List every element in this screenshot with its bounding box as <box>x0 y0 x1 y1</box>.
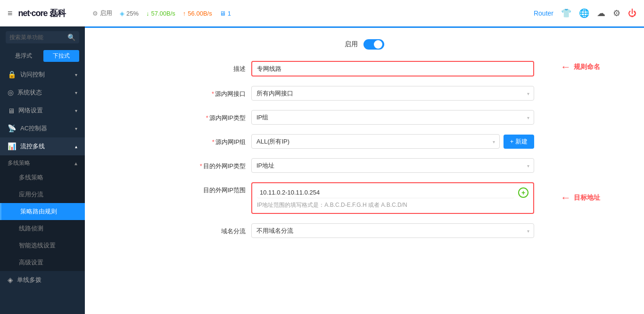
desc-input-wrap <box>251 61 534 76</box>
search-icon[interactable]: 🔍 <box>67 34 75 41</box>
sidebar-item-ac[interactable]: 📡 AC控制器 ▾ <box>0 119 85 137</box>
chevron-down-icon-system: ▾ <box>75 90 77 95</box>
ac-icon: 📡 <box>8 124 17 133</box>
chevron-up-multiline: ▴ <box>74 160 77 167</box>
tab-float[interactable]: 悬浮式 <box>6 50 41 62</box>
domain-shunt-label: 域名分流 <box>195 223 251 236</box>
search-input[interactable] <box>9 34 65 41</box>
logo-area: ≡ net·core 磊科 <box>8 8 92 19</box>
sidebar-item-multiline-policy[interactable]: 多线策略 <box>0 169 85 186</box>
ip-range-inner: + <box>257 187 528 198</box>
top-navbar: ≡ net·core 磊科 ⚙ 启用 ◈ 25% ↓ 57.00B/s ↑ 56… <box>0 0 644 26</box>
desc-row-wrapper: 描述 ← 规则命名 <box>195 61 534 76</box>
enable-toggle[interactable] <box>363 39 384 50</box>
mem-icon: ◈ <box>120 10 124 17</box>
src-interface-label: 源内网接口 <box>195 86 251 98</box>
toggle-slider <box>363 39 384 50</box>
sidebar-item-system-status[interactable]: ◎ 系统状态 ▾ <box>0 84 85 102</box>
single-icon: ◈ <box>8 276 13 284</box>
src-ip-type-select[interactable]: IP组 <box>251 110 534 125</box>
search-box: 🔍 <box>0 26 85 48</box>
content-area: 启用 描述 ← 规 <box>85 26 644 314</box>
power-icon[interactable]: ⏻ <box>628 8 636 18</box>
monitor-stat: 🖥 1 <box>220 10 231 17</box>
add-ip-range-button[interactable]: + <box>518 187 528 198</box>
sidebar-item-single-multiline[interactable]: ◈ 单线多拨 <box>0 271 85 289</box>
menu-label-network: 网络设置 <box>18 106 43 115</box>
settings-icon[interactable]: ⚙ <box>613 8 620 18</box>
sidebar-item-app-shunt[interactable]: 应用分流 <box>0 186 85 203</box>
down-stat: ↓ 57.00B/s <box>146 10 175 17</box>
annotation-dest-text: 目标地址 <box>574 194 600 202</box>
ip-range-box: + IP地址范围的填写格式是：A.B.C.D-E.F.G.H 或者 A.B.C.… <box>251 182 534 214</box>
src-ip-type-label: 源内网IP类型 <box>195 110 251 122</box>
chevron-down-icon-ac: ▾ <box>75 126 77 131</box>
menu-label-access: 访问控制 <box>20 70 45 79</box>
src-ip-group-label: 源内网IP组 <box>195 134 251 146</box>
sidebar-item-line-detect[interactable]: 线路侦测 <box>0 220 85 237</box>
sidebar-item-network[interactable]: 🖥 网络设置 ▾ <box>0 102 85 119</box>
ip-hint-text: IP地址范围的填写格式是：A.B.C.D-E.F.G.H 或者 A.B.C.D/… <box>257 201 528 209</box>
tab-switcher: 悬浮式 下拉式 <box>0 48 85 66</box>
src-interface-row: 源内网接口 所有内网接口 ▾ <box>195 86 534 101</box>
src-ip-group-control: ALL(所有IP) ▾ + 新建 <box>251 134 534 149</box>
dest-ip-range-input[interactable] <box>257 187 514 198</box>
monitor-nav-icon: 🖥 <box>8 107 15 115</box>
menu-toggle-icon[interactable]: ≡ <box>8 8 13 18</box>
new-button[interactable]: + 新建 <box>504 135 534 149</box>
dest-ip-type-select[interactable]: IP地址 <box>251 158 534 173</box>
desc-input[interactable] <box>252 62 533 76</box>
chevron-down-icon: ▾ <box>75 72 77 77</box>
src-ip-type-control: IP组 ▾ <box>251 110 534 125</box>
down-value: 57.00B/s <box>151 10 175 17</box>
nav-right: Router 👕 🌐 ☁ ⚙ ⏻ <box>534 8 636 18</box>
domain-shunt-select[interactable]: 不用域名分流 <box>251 223 534 238</box>
src-interface-select[interactable]: 所有内网接口 <box>251 86 534 101</box>
logo-text: net·core 磊科 <box>18 8 66 19</box>
up-arrow-icon: ↑ <box>183 10 186 17</box>
sidebar-item-access-control[interactable]: 🔒 访问控制 ▾ <box>0 66 85 84</box>
menu-label-ac: AC控制器 <box>20 124 47 133</box>
sidebar: 🔍 悬浮式 下拉式 🔒 访问控制 ▾ ◎ 系统状态 ▾ <box>0 26 85 314</box>
sidebar-item-flow[interactable]: 📊 流控多线 ▴ <box>0 137 85 155</box>
src-ip-group-select-wrap: ALL(所有IP) ▾ <box>251 134 500 149</box>
src-ip-type-row: 源内网IP类型 IP组 ▾ <box>195 110 534 125</box>
domain-shunt-row: 域名分流 不用域名分流 ▾ <box>195 223 534 238</box>
shirt-icon[interactable]: 👕 <box>561 8 571 18</box>
desc-label: 描述 <box>195 61 251 73</box>
menu-label-flow: 流控多线 <box>20 142 45 151</box>
form-content: 启用 描述 ← 规 <box>176 28 553 259</box>
menu-label-single: 单线多拨 <box>17 276 41 284</box>
globe-icon[interactable]: 🌐 <box>579 8 589 18</box>
desc-form-row: 描述 <box>195 61 534 76</box>
sidebar-item-advanced[interactable]: 高级设置 <box>0 254 85 271</box>
src-ip-group-row: 源内网IP组 ALL(所有IP) ▾ + 新建 <box>195 134 534 149</box>
tab-dropdown[interactable]: 下拉式 <box>43 50 79 62</box>
mem-stat: ◈ 25% <box>120 10 139 17</box>
mem-value: 25% <box>126 10 139 17</box>
domain-shunt-control: 不用域名分流 ▾ <box>251 223 534 238</box>
flow-icon: 📊 <box>8 142 17 151</box>
sidebar-item-smart-select[interactable]: 智能选线设置 <box>0 237 85 254</box>
router-link[interactable]: Router <box>534 9 553 17</box>
cloud-icon[interactable]: ☁ <box>597 8 605 18</box>
dest-ip-range-row: 目的外网IP范围 + IP地址范围的填写格式是：A.B.C.D-E.F.G.H … <box>195 182 534 214</box>
dest-ip-range-label: 目的外网IP范围 <box>195 182 251 195</box>
multiline-section-label: 多线策略 ▴ <box>0 155 85 169</box>
annotation-dest: ← 目标地址 <box>561 192 600 204</box>
src-interface-control: 所有内网接口 ▾ <box>251 86 534 101</box>
lock-icon: 🔒 <box>8 70 17 79</box>
up-value: 56.00B/s <box>188 10 212 17</box>
sidebar-item-policy-route[interactable]: 策略路由规则 <box>0 203 85 220</box>
multiline-label: 多线策略 <box>8 159 30 167</box>
nav-stats: ⚙ 启用 ◈ 25% ↓ 57.00B/s ↑ 56.00B/s 🖥 1 <box>92 9 534 17</box>
dest-ip-type-label: 目的外网IP类型 <box>195 158 251 170</box>
search-input-wrap[interactable]: 🔍 <box>6 31 79 43</box>
dest-ip-type-row: 目的外网IP类型 IP地址 ▾ <box>195 158 534 173</box>
arrow-dest-icon: ← <box>561 192 571 204</box>
annotation-rule-text: 规则命名 <box>574 63 600 71</box>
dest-ip-range-control: + IP地址范围的填写格式是：A.B.C.D-E.F.G.H 或者 A.B.C.… <box>251 182 534 214</box>
src-ip-group-select[interactable]: ALL(所有IP) <box>251 134 500 149</box>
ip-group-row: ALL(所有IP) ▾ + 新建 <box>251 134 534 149</box>
sidebar-menu: 🔒 访问控制 ▾ ◎ 系统状态 ▾ 🖥 网络设置 ▾ <box>0 66 85 314</box>
